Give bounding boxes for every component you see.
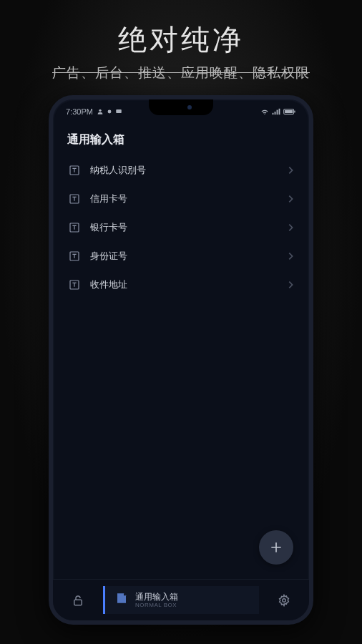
svg-rect-8: [285, 110, 293, 113]
list-item-label: 身份证号: [90, 250, 278, 263]
chevron-right-icon: [288, 166, 293, 175]
promo-title: 绝对纯净: [52, 20, 310, 59]
lock-button[interactable]: [53, 594, 103, 607]
svg-rect-9: [294, 111, 295, 113]
list-item-label: 信用卡号: [90, 192, 278, 205]
message-icon: [115, 108, 122, 115]
list-item-label: 收件地址: [90, 278, 278, 291]
signal-icon: [272, 108, 280, 115]
chevron-right-icon: [288, 280, 293, 289]
bottom-nav: 通用输入箱 NORMAL BOX: [53, 579, 309, 620]
note-icon: [115, 592, 128, 608]
settings-button[interactable]: [259, 594, 309, 607]
add-button[interactable]: [259, 530, 293, 565]
screen-content: 通用输入箱 纳税人识别号 信用卡号: [53, 119, 309, 579]
svg-rect-5: [277, 110, 278, 115]
nav-center-tab[interactable]: 通用输入箱 NORMAL BOX: [103, 586, 259, 615]
chevron-right-icon: [288, 252, 293, 260]
svg-point-1: [108, 110, 112, 114]
battery-icon: [283, 108, 296, 115]
text-field-icon: [69, 279, 80, 291]
nav-center-title: 通用输入箱: [135, 592, 178, 602]
svg-point-16: [283, 598, 286, 602]
lock-icon: [72, 594, 84, 607]
text-field-icon: [69, 250, 80, 262]
person-icon: [97, 108, 104, 115]
page-title: 通用输入箱: [67, 132, 295, 147]
promo-banner: 绝对纯净 广告、后台、推送、应用唤醒、隐私权限: [52, 20, 310, 82]
text-field-icon: [69, 193, 80, 205]
text-field-icon: [69, 222, 80, 233]
chevron-right-icon: [288, 195, 293, 203]
svg-rect-3: [273, 113, 274, 114]
svg-rect-4: [275, 112, 276, 114]
svg-rect-2: [116, 109, 122, 113]
list-item-bank-card[interactable]: 银行卡号: [66, 213, 296, 242]
text-field-icon: [69, 165, 80, 176]
status-time: 7:30PM: [66, 107, 93, 116]
input-list: 纳税人识别号 信用卡号 银行卡号: [66, 156, 296, 299]
list-item-label: 纳税人识别号: [90, 164, 278, 177]
nav-center-subtitle: NORMAL BOX: [135, 602, 178, 609]
plus-icon: [269, 540, 283, 555]
gear-icon: [278, 594, 290, 607]
list-item-credit-card[interactable]: 信用卡号: [66, 185, 296, 213]
promo-subtitle: 广告、后台、推送、应用唤醒、隐私权限: [52, 64, 310, 82]
dot-icon: [107, 109, 112, 114]
svg-rect-6: [279, 109, 280, 114]
list-item-label: 银行卡号: [90, 221, 278, 234]
phone-frame: 7:30PM 通用输入箱: [49, 95, 313, 625]
wifi-icon: [260, 108, 269, 115]
svg-point-0: [99, 109, 101, 112]
list-item-id-card[interactable]: 身份证号: [66, 242, 296, 270]
chevron-right-icon: [288, 223, 293, 232]
svg-rect-15: [74, 600, 82, 605]
list-item-tax-id[interactable]: 纳税人识别号: [66, 156, 296, 185]
list-item-address[interactable]: 收件地址: [66, 270, 296, 299]
phone-notch: [149, 99, 213, 115]
